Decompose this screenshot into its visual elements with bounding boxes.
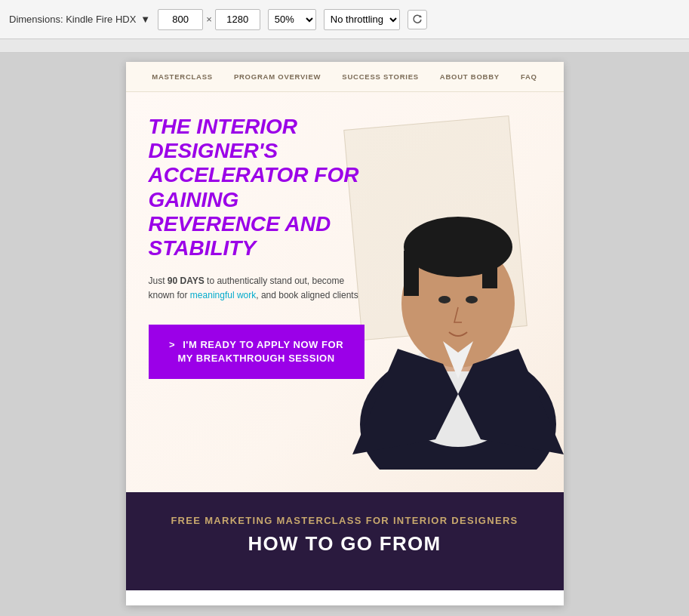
nav-item-success-stories[interactable]: SUCCESS STORIES: [342, 72, 419, 81]
hero-headline: THE INTERIOR DESIGNER'S ACCELERATOR FOR …: [149, 115, 364, 260]
hero-section: THE INTERIOR DESIGNER'S ACCELERATOR FOR …: [126, 92, 564, 492]
hero-content: THE INTERIOR DESIGNER'S ACCELERATOR FOR …: [149, 115, 364, 379]
device-name-label: Dimensions: Kindle Fire HDX: [9, 14, 136, 25]
throttling-select[interactable]: No throttling: [324, 9, 400, 30]
ruler-ticks: [0, 39, 689, 52]
device-wrapper: MASTERCLASS PROGRAM OVERVIEW SUCCESS STO…: [0, 53, 689, 614]
hero-subtext: Just 90 DAYS to authentically stand out,…: [149, 274, 364, 303]
nav-item-about-bobby[interactable]: ABOUT BOBBY: [440, 72, 500, 81]
cta-label: I'M READY TO APPLY NOW FOR MY BREAKTHROU…: [177, 339, 343, 364]
cta-button[interactable]: > I'M READY TO APPLY NOW FOR MY BREAKTHR…: [149, 325, 364, 379]
resolution-inputs: ×: [158, 9, 260, 30]
rotate-button[interactable]: [408, 10, 427, 29]
nav-item-masterclass[interactable]: MASTERCLASS: [152, 72, 213, 81]
bottom-heading: HOW TO GO FROM: [141, 532, 549, 556]
bottom-label: FREE MARKETING MASTERCLASS FOR INTERIOR …: [141, 515, 549, 526]
svg-point-9: [466, 296, 478, 303]
height-input[interactable]: [215, 9, 260, 30]
resolution-separator: ×: [206, 14, 212, 25]
zoom-select[interactable]: 50% 75% 100%: [268, 9, 316, 30]
dropdown-icon[interactable]: ▼: [140, 14, 150, 25]
site-navigation: MASTERCLASS PROGRAM OVERVIEW SUCCESS STO…: [126, 62, 564, 92]
nav-item-faq[interactable]: FAQ: [521, 72, 537, 81]
nav-item-program-overview[interactable]: PROGRAM OVERVIEW: [234, 72, 321, 81]
svg-rect-6: [404, 251, 419, 296]
svg-rect-7: [482, 251, 497, 288]
person-image: [337, 107, 564, 470]
ruler: [0, 39, 689, 53]
width-input[interactable]: [158, 9, 203, 30]
bottom-section: FREE MARKETING MASTERCLASS FOR INTERIOR …: [126, 492, 564, 590]
svg-point-8: [438, 296, 451, 303]
dimensions-label: Dimensions: Kindle Fire HDX ▼: [9, 14, 150, 25]
site-frame: MASTERCLASS PROGRAM OVERVIEW SUCCESS STO…: [126, 62, 564, 605]
devtools-toolbar: Dimensions: Kindle Fire HDX ▼ × 50% 75% …: [0, 0, 689, 39]
cta-chevron-icon: >: [169, 339, 175, 350]
